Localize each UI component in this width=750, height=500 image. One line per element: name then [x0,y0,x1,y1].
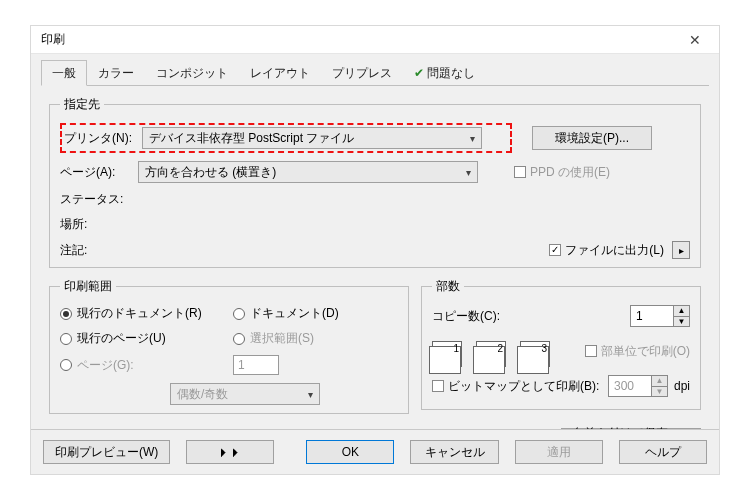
checkbox-icon [585,345,597,357]
checkbox-icon [514,166,526,178]
cancel-button[interactable]: キャンセル [410,440,498,464]
checkbox-icon [432,380,444,392]
range-legend: 印刷範囲 [60,278,116,295]
ok-button[interactable]: OK [306,440,394,464]
status-label: ステータス: [60,191,138,208]
dpi-spinner: 300 ▲▼ [608,375,668,397]
arrow-right-button[interactable]: ▸ [672,241,690,259]
tab-prepress[interactable]: プリプレス [321,60,403,86]
collate-checkbox: 部単位で印刷(O) [585,343,690,360]
location-label: 場所: [60,216,138,233]
preferences-button[interactable]: 環境設定(P)... [532,126,652,150]
radio-documents[interactable]: ドキュメント(D) [233,305,398,322]
print-preview-button[interactable]: 印刷プレビュー(W) [43,440,170,464]
printer-combo[interactable]: デバイス非依存型 PostScript ファイル ▾ [142,127,482,149]
apply-button: 適用 [515,440,603,464]
destination-legend: 指定先 [60,96,104,113]
copies-spinner[interactable]: 1 ▲▼ [630,305,690,327]
dialog-footer: 印刷プレビュー(W) ⏵⏵ OK キャンセル 適用 ヘルプ [31,429,719,474]
tab-general[interactable]: 一般 [41,60,87,86]
chevron-down-icon: ▾ [466,167,471,178]
tab-color[interactable]: カラー [87,60,145,86]
chevron-down-icon: ▾ [308,389,313,400]
expand-button[interactable]: ⏵⏵ [186,440,274,464]
print-as-bitmap-checkbox[interactable]: ビットマップとして印刷(B): [432,378,599,395]
check-icon: ✔ [414,66,424,80]
copies-legend: 部数 [432,278,464,295]
tab-strip: 一般 カラー コンポジット レイアウト プリプレス ✔問題なし [41,62,709,86]
printer-value: デバイス非依存型 PostScript ファイル [149,130,354,147]
checkbox-icon: ✓ [549,244,561,256]
spin-down-icon[interactable]: ▼ [673,316,689,327]
copies-group: 部数 コピー数(C): 1 ▲▼ 1 [421,278,701,410]
pages-input: 1 [233,355,279,375]
double-chevron-right-icon: ⏵⏵ [218,445,242,459]
tab-no-issues[interactable]: ✔問題なし [403,60,486,86]
titlebar: 印刷 ✕ [31,26,719,54]
radio-current-page[interactable]: 現行のページ(U) [60,330,225,347]
chevron-down-icon: ▾ [470,133,475,144]
tab-layout[interactable]: レイアウト [239,60,321,86]
help-button[interactable]: ヘルプ [619,440,707,464]
radio-selection: 選択範囲(S) [233,330,398,347]
print-to-file-checkbox[interactable]: ✓ ファイルに出力(L) [549,242,664,259]
page-label: ページ(A): [60,164,138,181]
dialog-title: 印刷 [37,31,65,48]
comment-label: 注記: [60,242,138,259]
close-icon[interactable]: ✕ [677,32,713,48]
spin-up-icon[interactable]: ▲ [673,306,689,316]
page-orientation-combo[interactable]: 方向を合わせる (横置き) ▾ [138,161,478,183]
destination-group: 指定先 プリンタ(N): デバイス非依存型 PostScript ファイル ▾ … [49,96,701,268]
printer-label: プリンタ(N): [64,130,142,147]
dpi-unit: dpi [674,379,690,393]
copies-label: コピー数(C): [432,308,630,325]
tab-composite[interactable]: コンポジット [145,60,239,86]
radio-current-document[interactable]: 現行のドキュメント(R) [60,305,225,322]
print-range-group: 印刷範囲 現行のドキュメント(R) ドキュメント(D) 現行のページ(U) 選択… [49,278,409,414]
print-dialog: 印刷 ✕ 一般 カラー コンポジット レイアウト プリプレス ✔問題なし 指定先… [30,25,720,475]
use-ppd-checkbox: PPD の使用(E) [514,164,610,181]
page-value: 方向を合わせる (横置き) [145,164,276,181]
radio-pages: ページ(G): [60,355,225,375]
collate-diagram: 1 2 3 [432,341,550,367]
printer-highlight: プリンタ(N): デバイス非依存型 PostScript ファイル ▾ [60,123,512,153]
odd-even-combo: 偶数/奇数 ▾ [170,383,320,405]
